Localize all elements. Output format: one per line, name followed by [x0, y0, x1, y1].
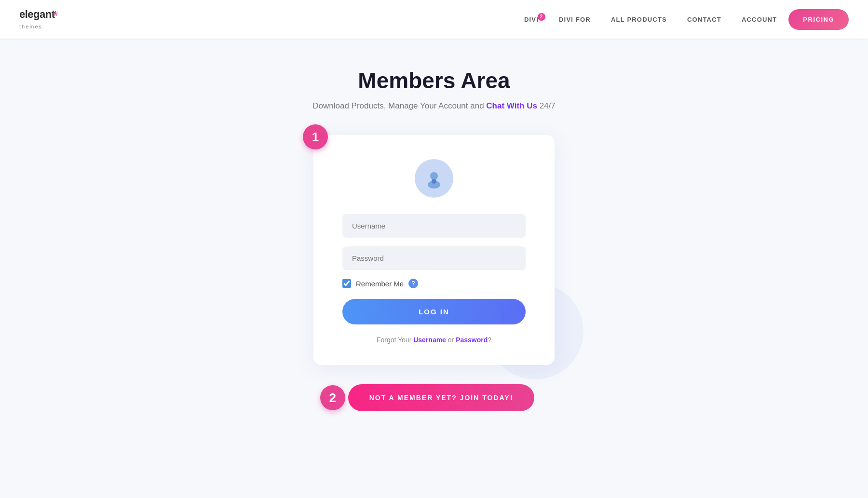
nav-item-all-products[interactable]: ALL PRODUCTS: [602, 12, 676, 27]
password-input[interactable]: [342, 246, 526, 270]
page-title: Members Area: [358, 67, 510, 94]
login-card: Remember Me ? LOG IN Forgot Your Usernam…: [313, 135, 555, 365]
help-icon[interactable]: ?: [408, 279, 418, 288]
svg-point-1: [430, 172, 438, 180]
login-form-section: 1 Remember Me ? LOG I: [313, 135, 555, 365]
nav-item-account[interactable]: ACCOUNT: [733, 12, 786, 27]
step1-badge: 1: [303, 124, 328, 149]
site-header: elegant * themes DIVI 2 DIVI FOR ALL PRO…: [0, 0, 868, 39]
forgot-password-link[interactable]: Password: [456, 336, 488, 344]
forgot-or: or: [446, 336, 456, 344]
forgot-username-link[interactable]: Username: [413, 336, 446, 344]
logo-sub: themes: [19, 24, 58, 29]
divi-badge: 2: [538, 13, 545, 21]
chat-link[interactable]: Chat With Us: [486, 101, 537, 110]
step2-section: 2 NOT A MEMBER YET? JOIN TODAY!: [334, 384, 535, 411]
logo-text: elegant: [19, 9, 55, 20]
page-subtitle: Download Products, Manage Your Account a…: [312, 101, 556, 111]
svg-point-3: [432, 179, 436, 184]
main-nav: DIVI 2 DIVI FOR ALL PRODUCTS CONTACT ACC…: [515, 9, 849, 30]
pricing-button[interactable]: PRICING: [788, 9, 849, 30]
user-avatar-icon: [415, 159, 453, 198]
forgot-suffix: ?: [488, 336, 491, 344]
subtitle-text-2: 24/7: [537, 101, 556, 110]
remember-me-checkbox[interactable]: [342, 279, 351, 288]
join-button[interactable]: NOT A MEMBER YET? JOIN TODAY!: [348, 384, 535, 411]
user-svg-icon: [423, 167, 445, 189]
login-button[interactable]: LOG IN: [342, 299, 526, 324]
remember-me-label: Remember Me: [356, 280, 404, 288]
nav-item-divi[interactable]: DIVI 2: [515, 12, 547, 27]
logo[interactable]: elegant * themes: [19, 9, 58, 29]
main-content: Members Area Download Products, Manage Y…: [0, 39, 868, 450]
step2-badge: 2: [320, 385, 345, 410]
remember-me-row: Remember Me ?: [342, 279, 526, 288]
nav-item-divi-for[interactable]: DIVI FOR: [550, 12, 599, 27]
logo-asterisk: *: [53, 9, 58, 23]
username-input[interactable]: [342, 214, 526, 238]
subtitle-text-1: Download Products, Manage Your Account a…: [312, 101, 486, 110]
forgot-text: Forgot Your Username or Password?: [377, 336, 491, 344]
nav-item-contact[interactable]: CONTACT: [678, 12, 730, 27]
forgot-prefix: Forgot Your: [377, 336, 413, 344]
